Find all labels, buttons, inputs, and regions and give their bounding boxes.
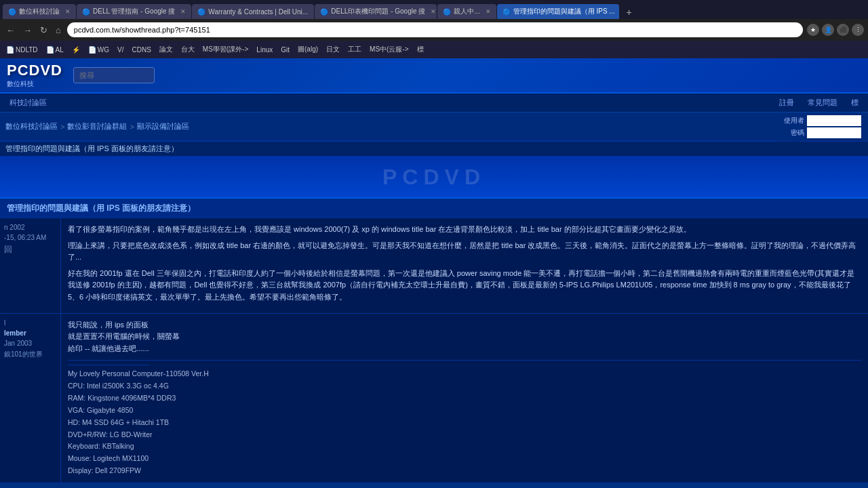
site-logo: PCDVD 數位科技	[7, 62, 62, 89]
bookmark-al[interactable]: 📄 AL	[43, 45, 67, 55]
bookmark-graph[interactable]: 圖(alg)	[294, 43, 321, 56]
site-logo-text: PCDVD	[7, 62, 62, 79]
user-login-area: 使用者 密碼	[777, 113, 868, 141]
user-info-row-2: 密碼	[784, 127, 861, 138]
browser-frame: 🔵 數位科技討論 ✕ 🔵 DELL 管理指南 - Google 搜 ✕ 🔵 Wa…	[0, 0, 868, 58]
breadcrumb-sep-1: >	[60, 123, 64, 131]
post-1-left: n 2002 -15, 06:23 AM 回	[0, 218, 61, 313]
nav-faq[interactable]: 常見問題	[804, 96, 842, 110]
site-search-input[interactable]	[73, 67, 155, 83]
post-1: n 2002 -15, 06:23 AM 回 看了很多螢幕指印的案例，範角幾乎都…	[0, 218, 868, 314]
post-1-body: 看了很多螢幕指印的案例，範角幾乎都是出現在左上角，我覺應該是 windows 2…	[61, 218, 868, 313]
address-input[interactable]	[67, 22, 803, 37]
post-1-date: -15, 06:23 AM	[4, 234, 46, 241]
bookmark-git[interactable]: Git	[277, 45, 293, 55]
star-icon[interactable]: ★	[807, 24, 819, 36]
tab-5[interactable]: 🔵 親人中... ✕	[437, 4, 496, 19]
profile-icon[interactable]: 👤	[822, 24, 834, 36]
tab-label-2: DELL 管理指南 - Google 搜	[93, 7, 175, 16]
thread-title-bar: 管理指印的問題與建議（用 IPS 面板的朋友請注意）	[0, 142, 868, 157]
post-2-body: 我只能說，用 ips 的面板 就是置置不用電腦的時候，關螢幕 給印 -- 就讓他…	[61, 314, 868, 483]
bookmark-work[interactable]: 工工	[344, 43, 365, 56]
bookmark-ndltd[interactable]: 📄 NDLTD	[3, 45, 41, 55]
tab-close-5[interactable]: ✕	[486, 8, 491, 15]
site-header: PCDVD 數位科技	[0, 58, 868, 94]
post-1-para-3: 好在我的 2001fp 還在 Dell 三年保固之內，打電話和印度人約了一個小時…	[68, 268, 861, 304]
password-label: 密碼	[791, 128, 804, 138]
browser-actions: ★ 👤 ⬛ ⋮	[807, 24, 864, 36]
bookmark-japanese[interactable]: 日文	[323, 43, 343, 56]
tab-2[interactable]: 🔵 DELL 管理指南 - Google 搜 ✕	[77, 4, 191, 19]
tab-label-5: 親人中...	[454, 7, 479, 16]
breadcrumb-display[interactable]: 顯示設備討論區	[137, 121, 189, 131]
sig-vga: VGA: Gigabyte 4850	[68, 405, 861, 417]
username-input[interactable]	[807, 115, 861, 126]
tab-4[interactable]: 🔵 DELL印表機印問題 - Google 搜 ✕	[315, 4, 437, 19]
post-2-left: l lember Jan 2003 銀101的世界	[0, 314, 61, 483]
tab-label-6: 管理指印的問題與建議（用 IPS ...	[513, 7, 615, 16]
tab-label-3: Warranty & Contracts | Dell Uni...	[208, 8, 308, 16]
banner-area: PCDVD	[0, 157, 868, 199]
breadcrumb-group[interactable]: 數位影音討論群組	[67, 121, 127, 131]
tab-favicon-3: 🔵	[197, 8, 205, 16]
post-2: l lember Jan 2003 銀101的世界 我只能說，用 ips 的面板…	[0, 314, 868, 483]
tab-favicon-5: 🔵	[443, 8, 451, 16]
bookmark-cdns[interactable]: CDNS	[129, 45, 155, 55]
tab-label-1: 數位科技討論	[19, 7, 60, 16]
section-title: 管理指印的問題與建議（用 IPS 面板的朋友請注意）	[0, 199, 868, 218]
bookmark-paper[interactable]: 論文	[156, 43, 176, 56]
breadcrumb-row: 數位科技討論區 > 數位影音討論群組 > 顯示設備討論區 使用者 密碼	[0, 113, 868, 142]
post-2-joined: Jan 2003	[4, 340, 56, 347]
sig-dvd: DVD+R/RW: LG BD-Writer	[68, 429, 861, 441]
post-1-quote-icon: 回	[4, 244, 12, 256]
menu-icon[interactable]: ⋮	[852, 24, 864, 36]
nav-mark[interactable]: 標	[847, 96, 863, 110]
sig-hd: HD: M4 SSD 64G + Hitachi 1TB	[68, 417, 861, 429]
user-info-row-1: 使用者	[784, 115, 861, 126]
bookmark-ntu[interactable]: 台大	[178, 43, 198, 56]
nav-register[interactable]: 註冊	[775, 96, 798, 110]
tab-close-3[interactable]: ✕	[313, 8, 314, 15]
bookmark-ms-learn[interactable]: MS學習(課外->	[199, 43, 252, 56]
site-logo-subtitle: 數位科技	[7, 79, 62, 89]
tab-close-4[interactable]: ✕	[431, 8, 436, 15]
banner-logo: PCDVD	[382, 165, 486, 190]
bookmark-ms-cloud[interactable]: MS中(云服->	[366, 43, 412, 56]
breadcrumb-sep-2: >	[130, 123, 134, 131]
forward-button[interactable]: →	[21, 24, 34, 37]
tab-1[interactable]: 🔵 數位科技討論 ✕	[3, 4, 76, 19]
address-bar-row: ← → ↻ ⌂ ★ 👤 ⬛ ⋮	[0, 19, 868, 41]
post-2-line-3: 給印 -- 就讓他過去吧......	[68, 343, 861, 355]
tab-close-1[interactable]: ✕	[65, 8, 71, 15]
breadcrumb-home[interactable]: 數位科技討論區	[5, 121, 58, 131]
post-2-signature: My Lovely Personal Computer-110508 Ver.H…	[68, 360, 861, 477]
bookmark-3[interactable]: ⚡	[68, 45, 83, 55]
bookmark-wg[interactable]: 📄 WG	[85, 45, 113, 55]
bookmark-mark[interactable]: 標	[414, 43, 427, 56]
password-input[interactable]	[807, 127, 861, 138]
post-2-rank: l	[4, 319, 56, 327]
tab-bar: 🔵 數位科技討論 ✕ 🔵 DELL 管理指南 - Google 搜 ✕ 🔵 Wa…	[0, 0, 868, 19]
new-tab-button[interactable]: +	[623, 5, 636, 19]
bookmark-linux[interactable]: Linux	[253, 45, 276, 55]
breadcrumb: 數位科技討論區 > 數位影音討論群組 > 顯示設備討論區	[0, 113, 777, 141]
bookmark-v[interactable]: V/	[114, 45, 127, 55]
tab-6[interactable]: 🔵 管理指印的問題與建議（用 IPS ... ✕	[497, 4, 619, 19]
post-2-line-1: 我只能說，用 ips 的面板	[68, 319, 861, 331]
tab-close-2[interactable]: ✕	[180, 8, 186, 15]
sig-keyboard: Keyboard: KBTalking	[68, 441, 861, 453]
refresh-button[interactable]: ↻	[38, 24, 50, 37]
post-2-line-2: 就是置置不用電腦的時候，關螢幕	[68, 331, 861, 343]
extension-icon[interactable]: ⬛	[837, 24, 849, 36]
sig-mouse: Mouse: Logitech MX1100	[68, 453, 861, 465]
home-button[interactable]: ⌂	[54, 24, 63, 37]
tab-favicon-6: 🔵	[502, 8, 511, 16]
nav-forum-link[interactable]: 科技討論區	[5, 96, 51, 110]
sig-ram: RAM: Kingstone 4096MB*4 DDR3	[68, 392, 861, 405]
tab-favicon-4: 🔵	[320, 8, 328, 16]
back-button[interactable]: ←	[4, 24, 17, 37]
tab-3[interactable]: 🔵 Warranty & Contracts | Dell Uni... ✕	[192, 4, 314, 19]
sig-title: My Lovely Personal Computer-110508 Ver.H	[68, 368, 861, 380]
post-2-username: lember	[4, 329, 56, 337]
nav-right: 註冊 常見問題 標	[775, 96, 863, 110]
